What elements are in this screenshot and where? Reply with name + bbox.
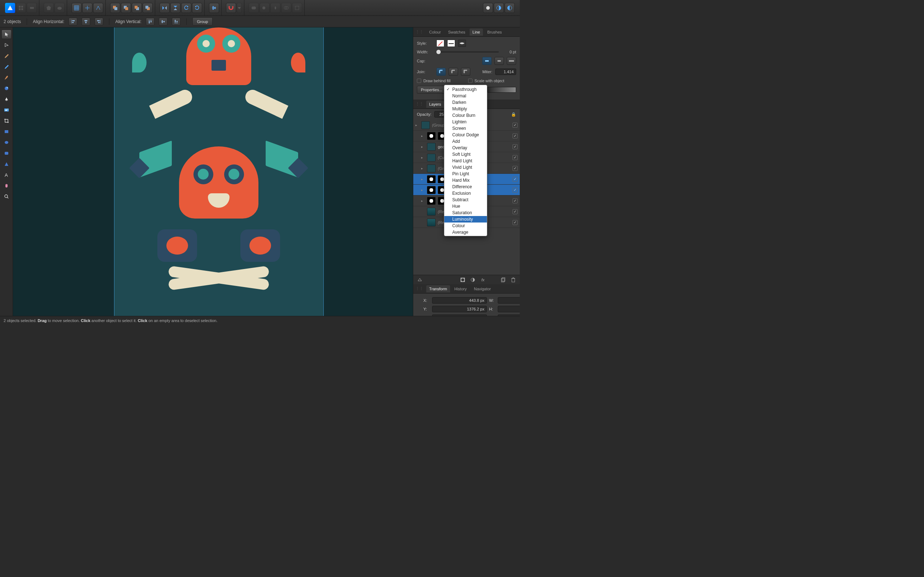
tab-brushes[interactable]: Brushes — [485, 29, 505, 36]
triangle-tool-icon[interactable] — [2, 160, 11, 169]
visibility-checkbox[interactable] — [512, 166, 518, 171]
ellipse-tool-icon[interactable] — [2, 138, 11, 147]
visibility-checkbox[interactable] — [512, 198, 518, 203]
layer-blend-icon[interactable] — [416, 277, 423, 283]
zoom-tool-icon[interactable] — [2, 192, 11, 201]
snap-axis-icon[interactable] — [93, 3, 103, 13]
rectangle-tool-icon[interactable] — [2, 127, 11, 136]
copy-layer-icon[interactable] — [499, 277, 507, 283]
miter-field[interactable] — [495, 69, 516, 75]
place-image-tool-icon[interactable] — [2, 105, 11, 115]
draw-behind-checkbox[interactable]: Draw behind fill — [417, 79, 465, 83]
properties-button[interactable]: Properties... — [417, 86, 446, 94]
blend-mode-lighten[interactable]: Lighten — [444, 119, 487, 125]
tab-swatches[interactable]: Swatches — [445, 29, 468, 36]
crop-tool-icon[interactable] — [2, 116, 11, 126]
text-tool-icon[interactable]: A — [2, 170, 11, 180]
view-mode-2-icon[interactable] — [494, 3, 504, 13]
order-front-icon[interactable] — [142, 3, 153, 13]
align-top-icon[interactable] — [146, 18, 155, 26]
blend-mode-normal[interactable]: Normal — [444, 93, 487, 99]
style-solid-icon[interactable] — [447, 40, 455, 47]
rounded-rect-tool-icon[interactable] — [2, 148, 11, 158]
pressure-curve[interactable] — [487, 87, 516, 93]
persona-vector-icon[interactable] — [16, 3, 26, 13]
guide-vertical-right[interactable] — [323, 27, 324, 316]
tab-transform[interactable]: Transform — [426, 285, 450, 292]
order-forward-icon[interactable] — [132, 3, 142, 13]
blend-mode-vivid-light[interactable]: Vivid Light — [444, 164, 487, 171]
adjustment-icon[interactable] — [469, 277, 477, 283]
snap-grid-icon[interactable] — [71, 3, 82, 13]
disclosure-icon[interactable]: ▸ — [421, 167, 425, 170]
blend-mode-colour-dodge[interactable]: Colour Dodge — [444, 132, 487, 138]
blend-mode-overlay[interactable]: Overlay — [444, 145, 487, 151]
tab-layers[interactable]: Layers — [426, 101, 444, 108]
pencil-tool-icon[interactable] — [2, 62, 11, 71]
y-field[interactable] — [432, 306, 487, 312]
visibility-checkbox[interactable] — [512, 122, 518, 128]
tab-history[interactable]: History — [452, 285, 470, 292]
x-field[interactable] — [432, 297, 487, 304]
visibility-checkbox[interactable] — [512, 177, 518, 182]
snap-guides-icon[interactable] — [82, 3, 92, 13]
visibility-checkbox[interactable] — [512, 134, 518, 139]
align-bottom-icon[interactable] — [172, 18, 181, 26]
cap-square-icon[interactable] — [507, 57, 516, 65]
align-right-icon[interactable] — [95, 18, 103, 26]
rotate-ccw-icon[interactable] — [181, 3, 191, 13]
snap-dropdown-icon[interactable] — [237, 3, 242, 13]
bool-subtract-icon[interactable] — [260, 3, 270, 13]
disclosure-icon[interactable]: ▸ — [421, 156, 425, 160]
canvas[interactable] — [13, 27, 413, 316]
width-slider[interactable] — [436, 51, 499, 53]
move-tool-icon[interactable] — [2, 29, 11, 39]
pen-tool-icon[interactable] — [2, 51, 11, 61]
blend-mode-multiply[interactable]: Multiply — [444, 106, 487, 112]
cap-butt-icon[interactable] — [482, 57, 492, 65]
style-brush-icon[interactable] — [458, 40, 466, 47]
visibility-checkbox[interactable] — [512, 155, 518, 160]
align-left-icon[interactable] — [69, 18, 77, 26]
align-hcenter-icon[interactable] — [82, 18, 90, 26]
blend-mode-subtract[interactable]: Subtract — [444, 197, 487, 203]
align-vcenter-icon[interactable] — [159, 18, 168, 26]
blend-mode-pin-light[interactable]: Pin Light — [444, 171, 487, 177]
visibility-checkbox[interactable] — [512, 187, 518, 193]
join-bevel-icon[interactable] — [449, 68, 458, 76]
anchor-selector[interactable] — [417, 297, 418, 311]
blend-mode-hue[interactable]: Hue — [444, 203, 487, 210]
disclosure-icon[interactable]: ▸ — [421, 199, 425, 203]
tab-line[interactable]: Line — [470, 29, 483, 36]
disclosure-icon[interactable]: ▸ — [415, 123, 419, 127]
rotate-cw-icon[interactable] — [192, 3, 202, 13]
view-mode-1-icon[interactable] — [483, 3, 493, 13]
disclosure-icon[interactable]: ▸ — [421, 134, 425, 138]
flip-vertical-icon[interactable] — [170, 3, 181, 13]
transparency-tool-icon[interactable] — [2, 95, 11, 104]
fx-icon[interactable]: fx — [479, 277, 486, 283]
blend-mode-hard-mix[interactable]: Hard Mix — [444, 177, 487, 184]
blend-mode-difference[interactable]: Difference — [444, 184, 487, 190]
blend-mode-dropdown[interactable]: PassthroughNormalDarkenMultiplyColour Bu… — [444, 85, 487, 236]
node-tool-icon[interactable] — [2, 40, 11, 50]
join-round-icon[interactable] — [436, 68, 446, 76]
view-mode-3-icon[interactable] — [505, 3, 515, 13]
snap-magnet-icon[interactable] — [226, 3, 236, 13]
blend-mode-hard-light[interactable]: Hard Light — [444, 158, 487, 164]
delete-layer-icon[interactable] — [510, 277, 517, 283]
bool-xor-icon[interactable] — [281, 3, 291, 13]
bool-divide-icon[interactable] — [292, 3, 302, 13]
guide-vertical-left[interactable] — [114, 27, 115, 316]
visibility-checkbox[interactable] — [512, 144, 518, 149]
blend-mode-soft-light[interactable]: Soft Light — [444, 151, 487, 158]
order-backward-icon[interactable] — [121, 3, 131, 13]
bool-add-icon[interactable] — [249, 3, 259, 13]
scale-with-object-checkbox[interactable]: Scale with object — [468, 79, 517, 83]
blend-mode-average[interactable]: Average — [444, 229, 487, 235]
bool-intersect-icon[interactable] — [270, 3, 281, 13]
align-icon[interactable] — [209, 3, 219, 13]
disclosure-icon[interactable]: ▸ — [421, 145, 425, 148]
visibility-checkbox[interactable] — [512, 220, 518, 225]
blend-mode-passthrough[interactable]: Passthrough — [444, 86, 487, 93]
